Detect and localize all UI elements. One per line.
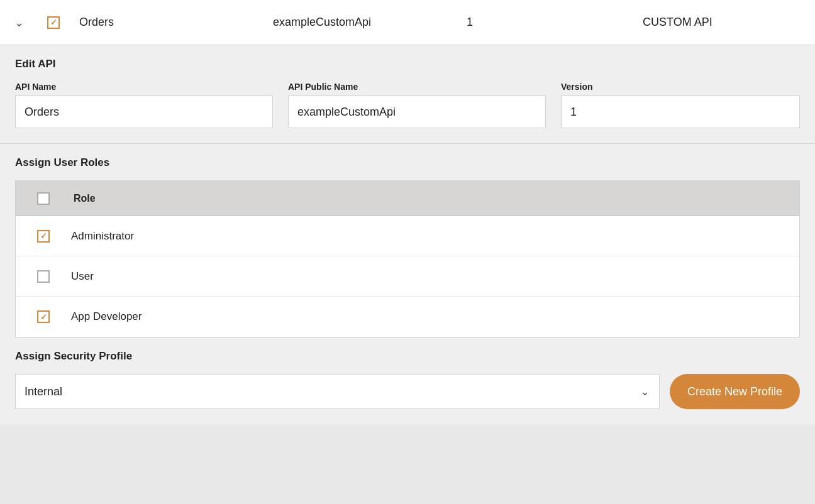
top-row: ⌄ Orders exampleCustomApi 1 CUSTOM API [0, 0, 815, 45]
row-api-type: CUSTOM API [633, 16, 815, 29]
security-profile-select-wrapper: Internal External Public ⌄ [15, 374, 660, 409]
app-developer-label: App Developer [71, 310, 799, 323]
version-label: Version [561, 82, 800, 92]
api-name-group: API Name [15, 82, 273, 128]
api-public-name-label: API Public Name [288, 82, 546, 92]
edit-api-section: Edit API API Name API Public Name Versio… [0, 45, 815, 144]
checkbox-checked-icon[interactable] [47, 16, 60, 29]
edit-api-form-row: API Name API Public Name Version [15, 82, 800, 128]
table-row: App Developer [16, 297, 799, 337]
row-api-public-name: exampleCustomApi [263, 16, 457, 29]
user-label: User [71, 270, 799, 283]
row-api-name: Orders [69, 16, 263, 29]
role-column-header: Role [71, 193, 799, 204]
version-group: Version [561, 82, 800, 128]
assign-security-profile-title: Assign Security Profile [15, 350, 800, 363]
assign-user-roles-section: Assign User Roles Role Administrator [0, 144, 815, 337]
version-input[interactable] [561, 96, 800, 128]
user-checkbox-cell[interactable] [16, 270, 71, 283]
assign-security-profile-section: Assign Security Profile Internal Externa… [0, 337, 815, 424]
chevron-down-icon: ⌄ [14, 16, 24, 30]
api-name-input[interactable] [15, 96, 273, 128]
administrator-checkbox-cell[interactable] [16, 230, 71, 243]
table-row: Administrator [16, 216, 799, 256]
table-row: User [16, 256, 799, 297]
api-public-name-input[interactable] [288, 96, 546, 128]
row-checkbox[interactable] [38, 16, 69, 29]
administrator-checkbox[interactable] [37, 230, 50, 243]
assign-user-roles-title: Assign User Roles [15, 156, 800, 169]
roles-table: Role Administrator User Ap [15, 180, 800, 337]
edit-api-title: Edit API [15, 58, 800, 70]
main-container: ⌄ Orders exampleCustomApi 1 CUSTOM API E… [0, 0, 815, 424]
administrator-label: Administrator [71, 230, 799, 243]
row-expand-chevron[interactable]: ⌄ [0, 16, 38, 30]
api-public-name-group: API Public Name [288, 82, 546, 128]
roles-table-header: Role [16, 181, 799, 216]
app-developer-checkbox-cell[interactable] [16, 310, 71, 323]
api-name-label: API Name [15, 82, 273, 92]
row-version: 1 [457, 16, 633, 29]
user-checkbox[interactable] [37, 270, 50, 283]
app-developer-checkbox[interactable] [37, 310, 50, 323]
header-checkbox-cell[interactable] [16, 192, 71, 205]
security-profile-select[interactable]: Internal External Public [15, 374, 660, 409]
security-row: Internal External Public ⌄ Create New Pr… [15, 374, 800, 409]
create-new-profile-button[interactable]: Create New Profile [670, 374, 800, 409]
header-checkbox[interactable] [37, 192, 50, 205]
